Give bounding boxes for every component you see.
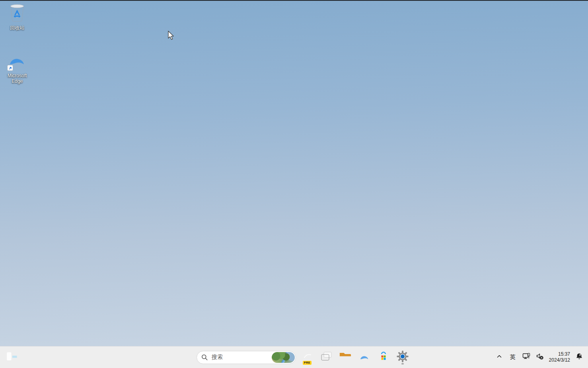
volume-muted-icon bbox=[536, 352, 544, 362]
folder-icon bbox=[339, 351, 352, 364]
edge-icon bbox=[358, 350, 370, 364]
shortcut-arrow-icon bbox=[7, 65, 13, 71]
chevron-up-icon bbox=[496, 353, 502, 361]
clock-date: 2024/3/12 bbox=[549, 357, 570, 363]
desktop-icon-recycle-bin[interactable]: 回收站 bbox=[0, 3, 34, 31]
search-placeholder: 搜索 bbox=[212, 354, 223, 361]
tray-notification-button[interactable] bbox=[573, 349, 586, 365]
bell-dnd-icon bbox=[575, 352, 583, 362]
taskbar-app-settings[interactable] bbox=[395, 349, 411, 365]
desktop-icon-label: Microsoft Edge bbox=[4, 73, 30, 84]
start-button[interactable] bbox=[177, 349, 193, 365]
desktop-icon-microsoft-edge[interactable]: Microsoft Edge bbox=[0, 49, 34, 84]
task-view-icon bbox=[320, 350, 332, 364]
bing-thumbnail[interactable] bbox=[272, 352, 295, 363]
task-view-button[interactable] bbox=[318, 349, 334, 365]
widgets-button[interactable] bbox=[4, 349, 20, 365]
windows-11-desktop: { "window": {"title": "Windows 11 Deskto… bbox=[0, 0, 588, 368]
clock-time: 15:37 bbox=[549, 351, 570, 357]
widgets-icon bbox=[5, 350, 19, 364]
tray-volume-button[interactable] bbox=[533, 349, 546, 365]
taskbar-app-file-explorer[interactable] bbox=[337, 349, 353, 365]
store-icon bbox=[378, 350, 389, 364]
tray-show-hidden-icons[interactable] bbox=[493, 349, 506, 365]
ime-language-label: 英 bbox=[510, 354, 516, 361]
recycle-bin-icon bbox=[8, 3, 27, 24]
desktop-icon-label: 回收站 bbox=[4, 25, 30, 31]
screen-top-edge bbox=[0, 0, 588, 1]
win11-bloom-graphic bbox=[0, 0, 588, 368]
desktop-wallpaper bbox=[0, 0, 588, 368]
edge-icon bbox=[6, 49, 28, 72]
taskbar: 搜索 PRE bbox=[0, 346, 588, 368]
tray-ime-indicator[interactable]: 英 bbox=[506, 349, 519, 365]
ethernet-icon bbox=[522, 352, 530, 362]
search-icon bbox=[201, 354, 208, 361]
gear-icon bbox=[397, 350, 409, 364]
running-indicator bbox=[401, 363, 404, 364]
taskbar-app-edge[interactable] bbox=[356, 349, 372, 365]
search-box[interactable]: 搜索 bbox=[197, 351, 296, 364]
taskbar-app-copilot[interactable]: PRE bbox=[299, 349, 315, 365]
copilot-pre-badge: PRE bbox=[303, 361, 312, 365]
tray-clock[interactable]: 15:37 2024/3/12 bbox=[547, 349, 572, 365]
taskbar-app-store[interactable] bbox=[376, 349, 391, 365]
windows-start-icon bbox=[180, 351, 191, 364]
tray-network-button[interactable] bbox=[520, 349, 533, 365]
